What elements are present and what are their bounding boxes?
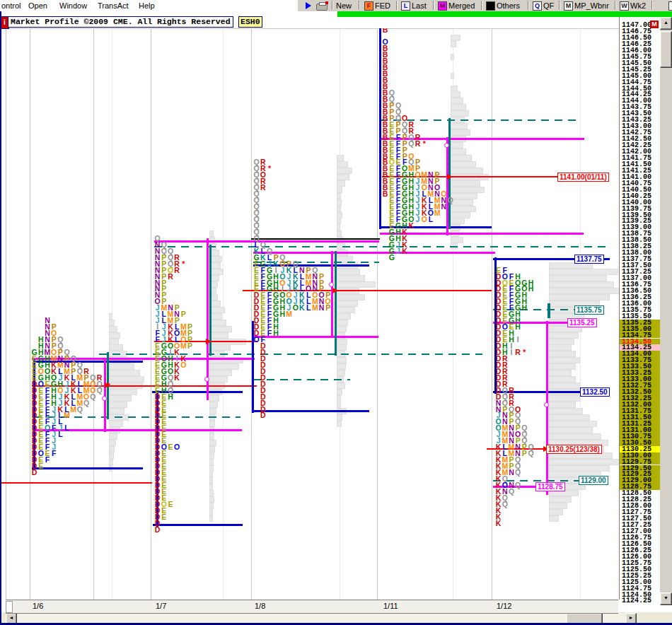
tpo-row: DOE — [154, 497, 174, 503]
volume-hist-bar — [550, 497, 571, 502]
volume-hist-bar — [337, 194, 340, 199]
toolbar-badge: Q — [533, 1, 542, 11]
tpo-row: JMNOQ — [495, 427, 528, 433]
toolbar-separator — [481, 1, 482, 10]
volume-hist-bar — [550, 295, 609, 300]
tpo-row: EFGHOJKLMNP — [253, 276, 325, 282]
volume-hist-bar — [210, 276, 219, 281]
tpo-row: Q — [253, 206, 260, 212]
volume-hist-bar — [110, 390, 137, 395]
tpo-row: EGHK — [382, 218, 415, 225]
volume-hist-bar — [210, 491, 213, 496]
x-axis-label-1-11: 1/11 — [383, 602, 398, 610]
vertical-scroll-thumb[interactable] — [660, 31, 672, 68]
volume-hist-bar — [110, 339, 118, 344]
play-icon[interactable] — [306, 2, 311, 9]
hist-baseline-gridline — [223, 28, 224, 600]
volume-hist-bar — [550, 428, 592, 433]
price-label-1130.2512338[interactable]: 1130.25(123/38) — [546, 445, 602, 454]
volume-hist-bar — [337, 269, 359, 274]
toolbar-button-fed[interactable]: FED — [375, 1, 390, 10]
volume-hist-bar — [210, 497, 214, 502]
toolbar-badge — [486, 1, 495, 11]
printer-icon[interactable] — [316, 4, 328, 11]
poc-marker — [444, 143, 449, 148]
tpo-row: OF — [253, 332, 266, 339]
tpo-row: DR — [495, 364, 508, 370]
price-label-1141.000111[interactable]: 1141.00(01/11) — [557, 173, 609, 182]
chart-top-border — [6, 28, 619, 29]
price-line-magenta-1138.75 — [380, 233, 584, 235]
volume-hist-bar — [337, 421, 341, 426]
tpo-row: D — [253, 370, 266, 377]
scroll-up-button[interactable]: ▲ — [660, 17, 672, 30]
volume-hist-bar — [210, 308, 224, 312]
tpo-row: GHK — [382, 231, 408, 238]
tpo-row: DEH — [495, 326, 515, 332]
tpo-row: DHIR* — [495, 345, 528, 351]
tpo-row: D — [253, 351, 266, 358]
price-line-blue-1129.50 — [32, 467, 143, 469]
menu-item-window[interactable]: Window — [59, 1, 87, 10]
tpo-row: D — [253, 364, 266, 370]
volume-hist-bar — [210, 250, 219, 255]
tpo-row: DE — [154, 433, 167, 440]
mode-badge[interactable]: M — [650, 21, 659, 28]
tpo-row: KMPQ — [495, 452, 521, 459]
tpo-row: DQR — [495, 390, 515, 396]
toolbar-button-mp_wbnr[interactable]: MP_Wbnr — [574, 1, 609, 10]
vertical-scrollbar[interactable]: ▲ ▼ — [660, 17, 672, 605]
tpo-row: KMNQ — [495, 465, 521, 472]
volume-hist-bar — [210, 396, 219, 401]
price-line-teal-1133.00 — [253, 379, 350, 380]
tpo-row: EFGHJKLMN — [382, 199, 447, 206]
tpo-row: QR — [253, 174, 266, 180]
toolbar-button-new[interactable]: New — [336, 1, 352, 10]
volume-hist-bar — [110, 396, 131, 401]
volume-hist-bar — [210, 333, 228, 338]
tpo-row: EOHIK — [154, 351, 187, 358]
volume-hist-bar — [451, 162, 475, 167]
menu-item-help[interactable]: Help — [139, 1, 155, 10]
volume-hist-bar — [337, 162, 347, 167]
day-gridline — [377, 28, 378, 600]
volume-hist-bar — [451, 218, 464, 223]
price-label-1135.75[interactable]: 1135.75 — [574, 305, 604, 315]
price-label-1137.75[interactable]: 1137.75 — [574, 255, 604, 264]
tpo-row: DE — [154, 396, 167, 402]
tpo-row: DEFJ — [31, 433, 57, 440]
tpo-row: B — [382, 60, 388, 66]
line-arrowhead — [206, 339, 212, 344]
tpo-row: EFGHJKOM — [382, 206, 441, 212]
tpo-row: OP — [154, 294, 167, 300]
menu-item-open[interactable]: Open — [28, 1, 47, 10]
price-label-1129.00[interactable]: 1129.00 — [579, 476, 608, 485]
volume-hist-bar — [210, 370, 231, 375]
toolbar-button-last[interactable]: Last — [412, 1, 427, 10]
tpo-row: D — [31, 465, 37, 472]
volume-hist-bar — [210, 409, 216, 414]
price-label-1135.25[interactable]: 1135.25 — [567, 318, 597, 327]
volume-hist-bar — [337, 168, 352, 173]
toolbar-separator — [433, 1, 434, 10]
tpo-row: NPOR — [154, 263, 180, 269]
tpo-row: JMNPQ — [495, 433, 528, 440]
menu-item-transact[interactable]: TransAct — [98, 1, 129, 10]
price-line-blue-1127.25 — [153, 524, 243, 526]
volume-hist-bar — [451, 194, 477, 199]
price-label-1128.75[interactable]: 1128.75 — [535, 482, 565, 491]
volume-hist-bar — [337, 364, 345, 369]
scroll-down-button[interactable]: ▼ — [660, 592, 672, 605]
volume-hist-bar — [451, 168, 482, 173]
menu-item-ontrol[interactable]: ontrol — [1, 1, 21, 10]
toolbar-button-others[interactable]: Others — [497, 1, 520, 10]
toolbar-button-wk2[interactable]: Wk2 — [630, 1, 646, 10]
toolbar-button-qf[interactable]: QF — [543, 1, 554, 10]
volume-hist-bar — [337, 156, 343, 160]
tpo-row: BEFPQR* — [382, 136, 427, 143]
tpo-row: DE — [154, 472, 167, 478]
chart-area[interactable]: NNPNOHNPQHNPQGHMOPQEGHMNPQEGHKMNPQEOOKLM… — [0, 0, 672, 625]
tpo-row: KQ — [495, 497, 508, 503]
price-label-1132.50[interactable]: 1132.50 — [580, 387, 610, 397]
toolbar-button-merged[interactable]: Merged — [448, 1, 475, 10]
